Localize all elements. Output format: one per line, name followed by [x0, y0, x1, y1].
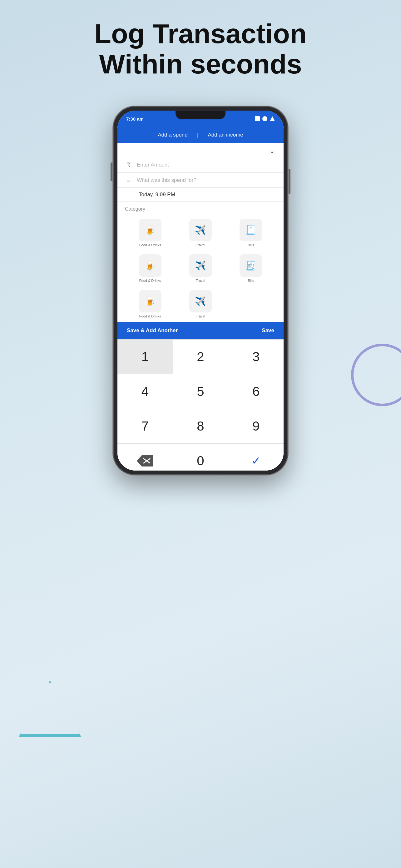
save-button[interactable]: Save [262, 328, 274, 334]
headline-line2: Within seconds [31, 49, 370, 80]
status-bar: 7:30 am [118, 111, 283, 127]
numpad-key-3[interactable]: 3 [228, 340, 283, 374]
phone-outer: 7:30 am Add a spend | Add an income ⌄ [113, 106, 288, 475]
headline: Log Transaction Within seconds [0, 19, 401, 80]
food-drinks-label-2: Food & Drinks [139, 279, 161, 282]
amount-row[interactable]: ₹ Enter Amount [118, 157, 283, 173]
category-food-drinks-2[interactable]: 🍺 Food & Drinks [125, 251, 175, 286]
numpad-key-5[interactable]: 5 [173, 374, 229, 409]
bills-icon-1: 🧾 [239, 219, 262, 241]
numpad-row-1: 1 2 3 [118, 339, 283, 374]
background-circle [351, 344, 401, 406]
amount-input[interactable]: Enter Amount [137, 162, 169, 168]
numpad-key-4[interactable]: 4 [118, 374, 173, 409]
description-input[interactable]: What was this spend for? [137, 177, 196, 183]
tab-bar: Add a spend | Add an income [118, 127, 283, 143]
phone-inner: 7:30 am Add a spend | Add an income ⌄ [118, 111, 283, 470]
food-drinks-label-1: Food & Drinks [139, 243, 161, 247]
travel-icon-2: ✈️ [189, 254, 212, 277]
food-drinks-icon-3: 🍺 [139, 290, 162, 312]
numpad-row-3: 7 8 9 [118, 409, 283, 443]
form-content: ⌄ ₹ Enter Amount ≡ What was this spend f… [118, 143, 283, 470]
travel-icon-3: ✈️ [189, 290, 212, 312]
date-value[interactable]: Today, 9:09 PM [139, 191, 175, 198]
category-food-drinks-3[interactable]: 🍺 Food & Drinks [125, 286, 175, 322]
signal-icon [270, 116, 275, 121]
wifi-icon [262, 116, 267, 121]
numpad-key-8[interactable]: 8 [173, 409, 229, 443]
numpad-key-6[interactable]: 6 [228, 374, 283, 409]
bills-label-2: Bills [248, 279, 254, 282]
headline-line1: Log Transaction [31, 19, 370, 49]
save-add-button[interactable]: Save & Add Another [127, 328, 178, 334]
numpad-row-4: 0 ✓ [118, 443, 283, 470]
numpad-row-2: 4 5 6 [118, 374, 283, 409]
status-icons [255, 116, 275, 121]
numpad-key-0[interactable]: 0 [173, 444, 229, 470]
numpad: 1 2 3 4 5 6 7 8 9 [118, 339, 283, 470]
bills-label-1: Bills [248, 243, 254, 247]
background-triangle [19, 681, 81, 737]
category-travel-2[interactable]: ✈️ Travel [175, 251, 226, 286]
category-travel-1[interactable]: ✈️ Travel [175, 215, 226, 251]
category-placeholder [226, 286, 276, 322]
category-label: Category [118, 202, 283, 215]
backspace-icon [137, 455, 153, 466]
category-travel-3[interactable]: ✈️ Travel [175, 286, 226, 322]
numpad-key-backspace[interactable] [118, 444, 173, 470]
bills-icon-2: 🧾 [239, 254, 262, 277]
chevron-down-icon[interactable]: ⌄ [269, 147, 275, 155]
category-grid: 🍺 Food & Drinks ✈️ Travel 🧾 [118, 215, 283, 322]
tab-spend[interactable]: Add a spend [148, 132, 197, 138]
chevron-row: ⌄ [118, 143, 283, 157]
lines-icon: ≡ [125, 177, 132, 184]
phone-mockup: 7:30 am Add a spend | Add an income ⌄ [113, 106, 288, 475]
battery-icon [255, 116, 260, 121]
category-bills-1[interactable]: 🧾 Bills [226, 215, 276, 251]
numpad-key-2[interactable]: 2 [173, 340, 229, 374]
travel-label-3: Travel [196, 314, 205, 318]
svg-marker-0 [137, 455, 153, 466]
category-food-drinks-1[interactable]: 🍺 Food & Drinks [125, 215, 175, 251]
travel-label-2: Travel [196, 279, 205, 282]
numpad-key-9[interactable]: 9 [228, 409, 283, 443]
description-row[interactable]: ≡ What was this spend for? [118, 173, 283, 188]
category-bills-2[interactable]: 🧾 Bills [226, 251, 276, 286]
travel-icon-1: ✈️ [189, 219, 212, 241]
numpad-key-1[interactable]: 1 [118, 340, 173, 374]
notch [175, 111, 226, 119]
rupee-icon: ₹ [125, 161, 132, 169]
numpad-key-check[interactable]: ✓ [228, 444, 283, 470]
status-time: 7:30 am [126, 116, 144, 122]
travel-label-1: Travel [196, 243, 205, 247]
food-drinks-icon-2: 🍺 [139, 254, 162, 277]
food-drinks-icon-1: 🍺 [139, 219, 162, 241]
date-row[interactable]: Today, 9:09 PM [118, 188, 283, 202]
numpad-key-7[interactable]: 7 [118, 409, 173, 443]
food-drinks-label-3: Food & Drinks [139, 314, 161, 318]
action-bar: Save & Add Another Save [118, 322, 283, 339]
tab-income[interactable]: Add an income [198, 132, 252, 138]
